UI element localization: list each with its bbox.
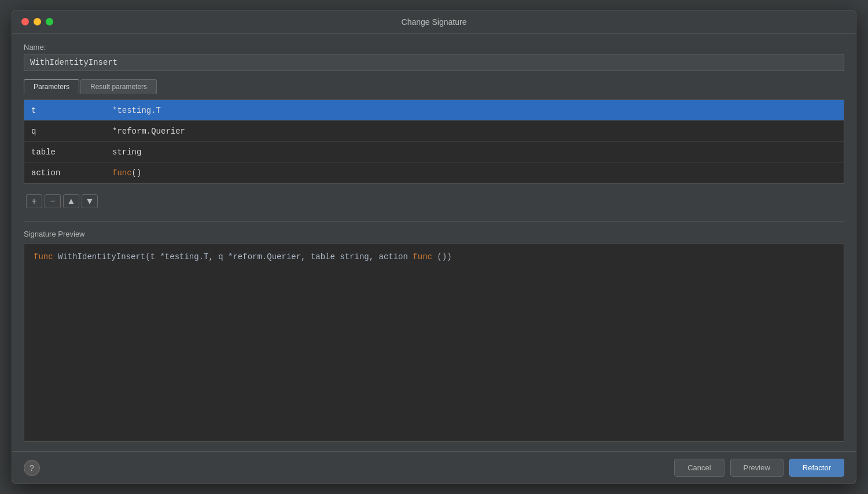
param-name: t (31, 106, 78, 115)
window-controls (21, 18, 53, 25)
bottom-bar: ? Cancel Preview Refactor (12, 451, 856, 484)
divider (24, 221, 844, 222)
signature-preview-box: func WithIdentityInsert(t *testing.T, q … (24, 243, 844, 442)
preview-button[interactable]: Preview (730, 459, 784, 477)
name-input[interactable] (24, 54, 844, 71)
table-row[interactable]: q *reform.Querier (24, 121, 844, 142)
params-table: t *testing.T q *reform.Querier table str… (24, 99, 844, 184)
remove-param-button[interactable]: − (45, 194, 61, 208)
param-name: q (31, 127, 78, 136)
preview-text: func WithIdentityInsert(t *testing.T, q … (34, 252, 452, 261)
help-button[interactable]: ? (24, 460, 40, 476)
add-param-button[interactable]: + (26, 194, 42, 208)
table-row[interactable]: table string (24, 142, 844, 163)
param-type: func() (112, 168, 141, 178)
change-signature-dialog: Change Signature Name: Parameters Result… (12, 10, 856, 484)
move-up-button[interactable]: ▲ (63, 194, 79, 208)
params-toolbar: + − ▲ ▼ (24, 190, 844, 213)
tabs-bar: Parameters Result parameters (24, 79, 844, 94)
param-type: *testing.T (112, 106, 161, 115)
name-label: Name: (24, 43, 844, 51)
tab-parameters[interactable]: Parameters (24, 79, 79, 94)
cancel-button[interactable]: Cancel (674, 459, 724, 477)
param-type: *reform.Querier (112, 127, 185, 136)
param-name: action (31, 168, 78, 178)
signature-preview-label: Signature Preview (24, 230, 844, 238)
tab-result-parameters[interactable]: Result parameters (80, 79, 157, 94)
func-keyword-2: func (413, 252, 432, 261)
table-row[interactable]: t *testing.T (24, 100, 844, 121)
bottom-right-buttons: Cancel Preview Refactor (674, 459, 844, 477)
param-name: table (31, 148, 78, 157)
func-keyword: func (34, 252, 53, 261)
close-button[interactable] (21, 18, 29, 25)
title-bar: Change Signature (12, 10, 856, 34)
dialog-title: Change Signature (402, 17, 467, 27)
move-down-button[interactable]: ▼ (82, 194, 98, 208)
maximize-button[interactable] (46, 18, 53, 25)
dialog-body: Name: Parameters Result parameters t *te… (12, 34, 856, 451)
preview-suffix: ()) (437, 252, 451, 261)
minimize-button[interactable] (34, 18, 41, 25)
refactor-button[interactable]: Refactor (789, 459, 844, 477)
table-row[interactable]: action func() (24, 163, 844, 183)
param-type: string (112, 148, 141, 157)
signature-preview-section: Signature Preview func WithIdentityInser… (24, 230, 844, 442)
name-section: Name: (24, 43, 844, 71)
preview-content: WithIdentityInsert(t *testing.T, q *refo… (58, 252, 413, 261)
